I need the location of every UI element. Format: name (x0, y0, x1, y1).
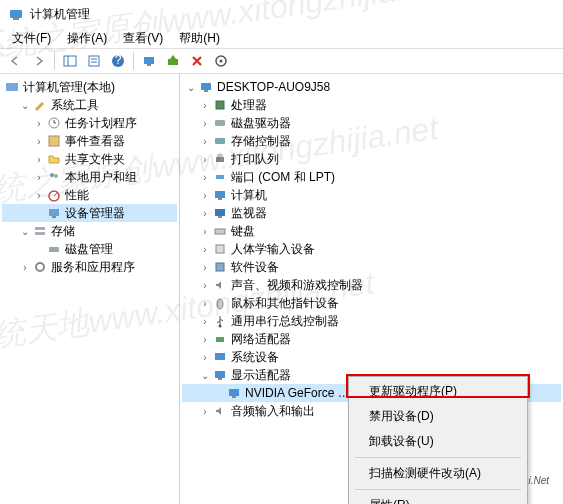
disable-button[interactable] (210, 50, 232, 72)
properties-button[interactable] (83, 50, 105, 72)
device-computer[interactable]: ⌄ DESKTOP-AUO9J58 (182, 78, 561, 96)
label: 网络适配器 (231, 331, 291, 348)
left-services-apps[interactable]: › 服务和应用程序 (2, 258, 177, 276)
left-root[interactable]: 计算机管理(本地) (2, 78, 177, 96)
expand-icon[interactable]: › (198, 280, 212, 291)
svg-rect-31 (216, 157, 224, 162)
left-task-scheduler[interactable]: › 任务计划程序 (2, 114, 177, 132)
ctx-disable-device[interactable]: 禁用设备(D) (351, 404, 525, 429)
uninstall-button[interactable] (186, 50, 208, 72)
expand-icon[interactable]: › (198, 298, 212, 309)
device-keyboards[interactable]: ›键盘 (182, 222, 561, 240)
label: 服务和应用程序 (51, 259, 135, 276)
left-storage[interactable]: ⌄ 存储 (2, 222, 177, 240)
cpu-icon (212, 97, 228, 113)
svg-rect-21 (52, 216, 56, 218)
menu-view[interactable]: 查看(V) (115, 28, 171, 49)
menu-help[interactable]: 帮助(H) (171, 28, 228, 49)
expand-icon[interactable]: › (198, 406, 212, 417)
left-performance[interactable]: › 性能 (2, 186, 177, 204)
device-system-devices[interactable]: ›系统设备 (182, 348, 561, 366)
expand-icon[interactable]: › (198, 172, 212, 183)
expand-icon[interactable]: › (32, 172, 46, 183)
expand-icon[interactable]: › (198, 226, 212, 237)
expand-icon[interactable]: › (18, 262, 32, 273)
expand-icon[interactable]: › (32, 154, 46, 165)
expand-icon[interactable]: › (198, 136, 212, 147)
show-hide-tree-button[interactable] (59, 50, 81, 72)
computer-icon (198, 79, 214, 95)
expand-icon[interactable]: › (198, 208, 212, 219)
scan-hardware-button[interactable] (138, 50, 160, 72)
expand-icon[interactable]: › (198, 262, 212, 273)
expand-icon[interactable]: › (32, 190, 46, 201)
device-monitors[interactable]: ›监视器 (182, 204, 561, 222)
label: 本地用户和组 (65, 169, 137, 186)
svg-rect-32 (217, 154, 223, 157)
expand-icon[interactable]: › (198, 244, 212, 255)
expand-icon[interactable]: › (198, 118, 212, 129)
svg-rect-47 (229, 389, 239, 396)
svg-rect-16 (49, 136, 59, 146)
forward-button[interactable] (28, 50, 50, 72)
left-users-groups[interactable]: › 本地用户和组 (2, 168, 177, 186)
expand-icon[interactable]: › (198, 154, 212, 165)
svg-rect-24 (49, 247, 59, 252)
left-root-label: 计算机管理(本地) (23, 79, 115, 96)
device-hid[interactable]: ›人体学输入设备 (182, 240, 561, 258)
label: 磁盘驱动器 (231, 115, 291, 132)
monitor-icon (212, 205, 228, 221)
svg-rect-37 (218, 216, 222, 218)
ctx-properties[interactable]: 属性(R) (351, 493, 525, 504)
disk-icon (46, 241, 62, 257)
device-disk-drives[interactable]: ›磁盘驱动器 (182, 114, 561, 132)
collapse-icon[interactable]: ⌄ (184, 82, 198, 93)
gpu-icon (226, 385, 242, 401)
device-sound[interactable]: ›声音、视频和游戏控制器 (182, 276, 561, 294)
expand-icon[interactable]: › (32, 118, 46, 129)
usb-icon (212, 313, 228, 329)
expand-icon[interactable]: › (32, 136, 46, 147)
ctx-uninstall-device[interactable]: 卸载设备(U) (351, 429, 525, 454)
svg-point-42 (219, 325, 222, 328)
menu-file[interactable]: 文件(F) (4, 28, 59, 49)
collapse-icon[interactable]: ⌄ (198, 370, 212, 381)
expand-icon[interactable]: › (198, 352, 212, 363)
device-cpu[interactable]: ›处理器 (182, 96, 561, 114)
expand-icon[interactable]: › (198, 190, 212, 201)
device-computers[interactable]: ›计算机 (182, 186, 561, 204)
left-shared-folders[interactable]: › 共享文件夹 (2, 150, 177, 168)
collapse-icon[interactable]: ⌄ (18, 100, 32, 111)
expand-icon[interactable]: › (198, 100, 212, 111)
svg-rect-9 (144, 57, 154, 64)
device-network[interactable]: ›网络适配器 (182, 330, 561, 348)
back-button[interactable] (4, 50, 26, 72)
menu-action[interactable]: 操作(A) (59, 28, 115, 49)
ctx-scan-hardware[interactable]: 扫描检测硬件改动(A) (351, 461, 525, 486)
expand-icon[interactable]: › (198, 334, 212, 345)
left-event-viewer[interactable]: › 事件查看器 (2, 132, 177, 150)
device-ports[interactable]: ›端口 (COM 和 LPT) (182, 168, 561, 186)
left-device-manager[interactable]: 设备管理器 (2, 204, 177, 222)
label: DESKTOP-AUO9J58 (217, 80, 330, 94)
expand-icon[interactable]: › (198, 316, 212, 327)
help-button[interactable]: ? (107, 50, 129, 72)
svg-rect-0 (10, 10, 22, 18)
device-storage-controllers[interactable]: ›存储控制器 (182, 132, 561, 150)
ctx-update-driver[interactable]: 更新驱动程序(P) (351, 379, 525, 404)
label: 存储控制器 (231, 133, 291, 150)
device-print-queues[interactable]: ›打印队列 (182, 150, 561, 168)
svg-rect-38 (215, 229, 225, 234)
mouse-icon (212, 295, 228, 311)
mmc-icon (4, 79, 20, 95)
update-driver-button[interactable] (162, 50, 184, 72)
device-mice[interactable]: ›鼠标和其他指针设备 (182, 294, 561, 312)
label: 监视器 (231, 205, 267, 222)
left-disk-mgmt[interactable]: 磁盘管理 (2, 240, 177, 258)
context-menu: 更新驱动程序(P) 禁用设备(D) 卸载设备(U) 扫描检测硬件改动(A) 属性… (348, 376, 528, 504)
device-software-devices[interactable]: ›软件设备 (182, 258, 561, 276)
device-usb[interactable]: ›通用串行总线控制器 (182, 312, 561, 330)
collapse-icon[interactable]: ⌄ (18, 226, 32, 237)
perf-icon (46, 187, 62, 203)
left-sys-tools[interactable]: ⌄ 系统工具 (2, 96, 177, 114)
